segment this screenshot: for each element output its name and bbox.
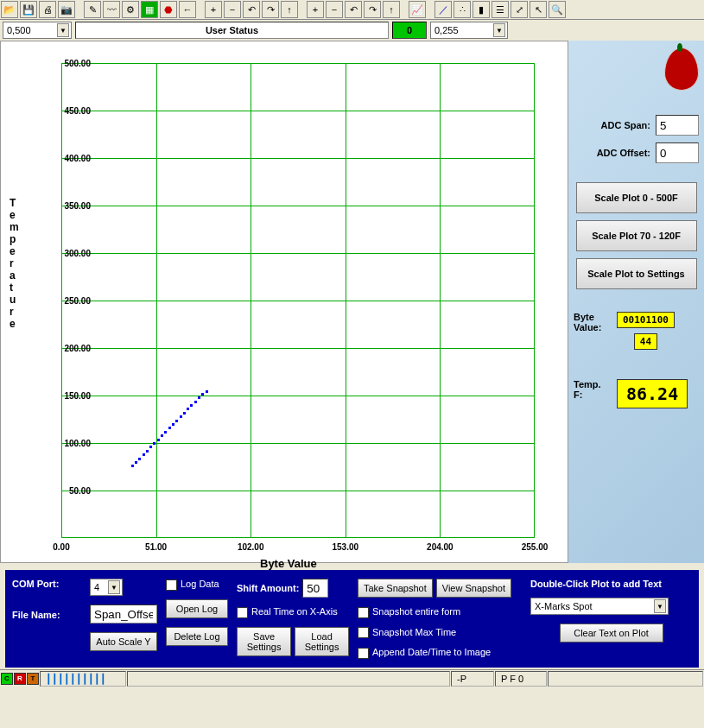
adc-offset-label: ADC Offset: [597, 148, 650, 158]
adc-span-label: ADC Span: [601, 120, 650, 130]
plus2-icon[interactable]: + [307, 1, 324, 18]
grid-icon[interactable]: ▦ [141, 1, 158, 18]
plot-grid [61, 63, 535, 538]
rotate-right2-icon[interactable]: ↷ [364, 1, 381, 18]
temp-display: 86.24 [617, 379, 688, 408]
sb-spacer [127, 671, 450, 687]
left-value: 0,500 [7, 25, 31, 35]
main-area: Temperature Byte Value 0.0051.00102.0015… [0, 41, 704, 563]
stop-icon[interactable]: ⬣ [160, 1, 177, 18]
view-snapshot-button[interactable]: View Snapshot [436, 579, 511, 598]
byte-binary-display: 00101100 [617, 312, 675, 328]
chevron-down-icon: ▼ [493, 23, 505, 37]
chevron-down-icon: ▼ [57, 23, 69, 37]
plus-icon[interactable]: + [205, 1, 222, 18]
shift-amount-label: Shift Amount: [237, 583, 299, 593]
open-icon[interactable]: 📂 [1, 1, 18, 18]
gear-icon[interactable]: ⚙ [122, 1, 139, 18]
stamps-logo-icon [664, 47, 699, 91]
snapshot-form-label: Snapshot entire form [372, 606, 460, 617]
adc-offset-input[interactable] [656, 142, 699, 163]
rotate-left-icon[interactable]: ↶ [243, 1, 260, 18]
right-value-dropdown[interactable]: 0,255 ▼ [430, 22, 508, 39]
right-value: 0,255 [434, 25, 459, 35]
user-status-box: User Status [75, 22, 389, 39]
plot-area[interactable]: Temperature Byte Value 0.0051.00102.0015… [0, 41, 568, 563]
status-indicator: 0 [392, 22, 427, 39]
open-log-button[interactable]: Open Log [166, 599, 228, 618]
take-snapshot-button[interactable]: Take Snapshot [358, 579, 433, 598]
y-axis-label: Temperature [10, 197, 18, 330]
log-data-checkbox[interactable] [166, 579, 177, 591]
com-port-select[interactable]: 4 ▼ [90, 579, 123, 596]
cross-icon[interactable]: ⤢ [511, 1, 528, 18]
led-c-icon: C [1, 673, 13, 685]
sb-tail [548, 671, 703, 687]
x-axis-label: Byte Value [260, 557, 317, 570]
up2-icon[interactable]: ↑ [383, 1, 400, 18]
status-row: 0,500 ▼ User Status 0 0,255 ▼ [0, 20, 704, 41]
byte-value-label: Byte Value: [574, 312, 612, 332]
dbl-click-hint: Double-Click Plot to add Text [530, 579, 692, 589]
log-data-label: Log Data [181, 579, 219, 589]
filename-input[interactable] [90, 605, 157, 624]
adc-span-input[interactable] [656, 115, 699, 136]
realtime-label: Real Time on X-Axis [251, 606, 338, 617]
legend-icon[interactable]: ☰ [492, 1, 509, 18]
scatter-icon[interactable]: ∴ [453, 1, 471, 18]
delete-log-button[interactable]: Delete Log [166, 627, 228, 646]
auto-scale-y-button[interactable]: Auto Scale Y [90, 632, 157, 651]
temp-label: Temp. F: [574, 379, 612, 400]
rotate-left2-icon[interactable]: ↶ [345, 1, 362, 18]
status-bar: C R T ┃┃┃┃┃┃┃┃┃┃ -P P F 0 [0, 669, 704, 688]
chevron-down-icon: ▼ [108, 580, 120, 594]
side-panel: ADC Span: ADC Offset: Scale Plot 0 - 500… [568, 41, 704, 563]
shift-amount-input[interactable] [302, 579, 328, 598]
wave-icon[interactable]: 〰 [103, 1, 120, 18]
snapshot-max-label: Snapshot Max Time [372, 627, 456, 637]
cursor-icon[interactable]: ↖ [530, 1, 547, 18]
left-value-dropdown[interactable]: 0,500 ▼ [3, 22, 72, 39]
back-icon[interactable]: ← [179, 1, 196, 18]
rotate-right-icon[interactable]: ↷ [262, 1, 279, 18]
realtime-checkbox[interactable] [237, 607, 248, 618]
filename-label: File Name: [12, 610, 60, 620]
scale-plot-settings-button[interactable]: Scale Plot to Settings [576, 258, 697, 289]
zoom-icon[interactable]: 🔍 [549, 1, 566, 18]
save-settings-button[interactable]: Save Settings [237, 627, 291, 656]
print-icon[interactable]: 🖨 [39, 1, 56, 18]
scale-plot-500-button[interactable]: Scale Plot 0 - 500F [576, 182, 697, 213]
byte-decimal-display: 44 [634, 333, 657, 350]
main-toolbar: 📂 💾 🖨 📷 ✎ 〰 ⚙ ▦ ⬣ ← + − ↶ ↷ ↑ + − ↶ ↷ ↑ … [0, 0, 704, 20]
pencil-icon[interactable]: ✎ [84, 1, 101, 18]
save-icon[interactable]: 💾 [20, 1, 37, 18]
bottom-panel: COM Port: File Name: 4 ▼ Auto Scale Y Lo… [5, 570, 699, 668]
load-settings-button[interactable]: Load Settings [295, 627, 349, 656]
led-r-icon: R [14, 673, 26, 685]
chart-icon[interactable]: 📈 [409, 1, 426, 18]
up-icon[interactable]: ↑ [281, 1, 298, 18]
com-port-label: COM Port: [12, 579, 59, 589]
append-date-checkbox[interactable] [358, 648, 369, 659]
clear-text-button[interactable]: Clear Text on Plot [560, 624, 663, 643]
progress-indicator: ┃┃┃┃┃┃┃┃┃┃ [40, 671, 126, 687]
append-date-label: Append Date/Time to Image [372, 647, 491, 657]
sb-p: -P [451, 671, 494, 687]
scale-plot-120-button[interactable]: Scale Plot 70 - 120F [576, 220, 697, 251]
snapshot-form-checkbox[interactable] [358, 607, 369, 618]
camera-icon[interactable]: 📷 [58, 1, 75, 18]
snapshot-max-checkbox[interactable] [358, 627, 369, 638]
bars-icon[interactable]: ▮ [473, 1, 490, 18]
minus-icon[interactable]: − [224, 1, 241, 18]
chevron-down-icon: ▼ [654, 599, 666, 613]
pen-icon[interactable]: ／ [434, 1, 452, 18]
sb-pf: P F 0 [495, 671, 547, 687]
led-t-icon: T [27, 673, 39, 685]
user-status-label: User Status [206, 25, 258, 35]
xmarks-select[interactable]: X-Marks Spot ▼ [530, 598, 669, 615]
minus2-icon[interactable]: − [326, 1, 343, 18]
